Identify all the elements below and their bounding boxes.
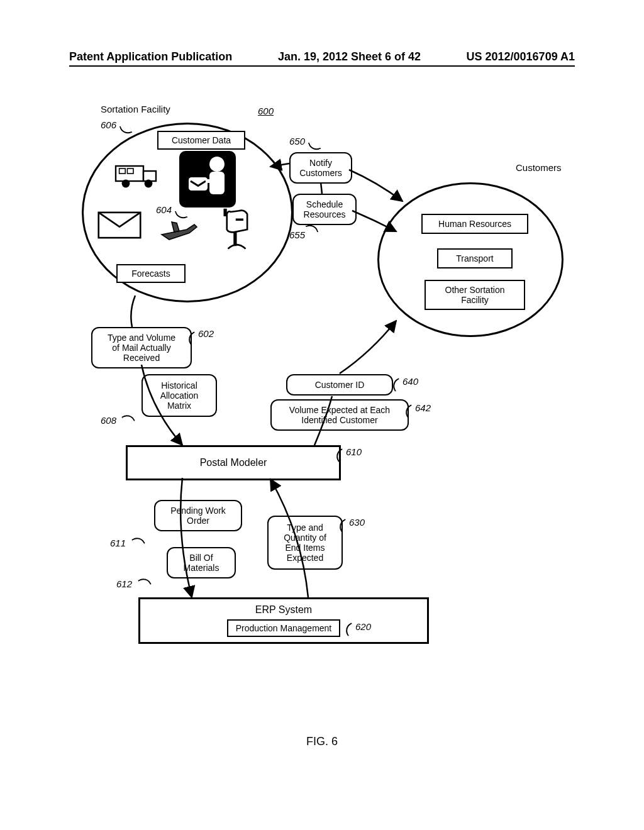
customer-id-label: Customer ID (315, 380, 365, 390)
type-volume-received-label: Type and Volume of Mail Actually Receive… (108, 333, 175, 363)
erp-system-label: ERP System (145, 604, 422, 616)
notify-customers-label: Notify Customers (299, 158, 342, 178)
historical-allocation-label: Historical Allocation Matrix (160, 380, 199, 411)
svg-rect-8 (189, 177, 208, 191)
customer-data-label: Customer Data (172, 135, 231, 145)
historical-allocation-box: Historical Allocation Matrix (142, 374, 217, 417)
production-mgmt-box: Production Management (227, 619, 341, 637)
svg-rect-9 (206, 179, 213, 183)
customer-id-box: Customer ID (286, 374, 393, 396)
ref-604: 604 (156, 204, 172, 215)
ref-640: 640 (402, 376, 418, 387)
ref-612-hook (138, 575, 152, 589)
type-qty-expected-label: Type and Quantity of End Items Expected (284, 523, 326, 563)
ref-608-hook (121, 412, 135, 426)
human-resources-label: Human Resources (438, 219, 511, 229)
bill-of-materials-label: Bill Of Materials (184, 553, 219, 573)
svg-point-6 (209, 157, 225, 172)
volume-expected-box: Volume Expected at Each Identified Custo… (270, 399, 409, 431)
svg-rect-5 (127, 169, 133, 174)
ref-620: 620 (355, 621, 371, 632)
customers-label: Customers (516, 162, 562, 173)
svg-rect-1 (143, 171, 156, 181)
schedule-resources-label: Schedule Resources (304, 199, 346, 219)
customer-data-box: Customer Data (157, 131, 245, 150)
ref-606-hook (119, 123, 133, 136)
ref-611-hook (131, 534, 145, 548)
postal-modeler-label: Postal Modeler (200, 457, 267, 468)
human-resources-box: Human Resources (421, 214, 528, 234)
diagram-canvas: Sortation Facility 600 606 Customer Data (82, 94, 566, 723)
forecasts-label: Forecasts (131, 268, 170, 279)
plane-icon (157, 217, 201, 242)
schedule-resources-box: Schedule Resources (292, 194, 357, 225)
header-right: US 2012/0016709 A1 (467, 50, 575, 64)
type-qty-expected-box: Type and Quantity of End Items Expected (267, 516, 343, 570)
truck-icon (113, 157, 164, 190)
svg-point-3 (145, 180, 153, 188)
header-left: Patent Application Publication (69, 50, 232, 64)
postal-modeler-box: Postal Modeler (126, 445, 341, 480)
ref-630: 630 (349, 517, 365, 528)
figure-caption: FIG. 6 (0, 735, 644, 748)
ref-611: 611 (110, 538, 126, 548)
ref-600: 600 (258, 106, 274, 116)
ref-642: 642 (415, 402, 431, 413)
other-sortation-label: Other Sortation Facility (445, 285, 505, 305)
svg-point-2 (122, 180, 130, 188)
erp-system-box: ERP System Production Management (138, 597, 429, 644)
ref-606: 606 (101, 119, 116, 130)
ref-612: 612 (116, 578, 132, 589)
bill-of-materials-box: Bill Of Materials (167, 547, 236, 578)
ref-608: 608 (101, 415, 116, 426)
ref-610: 610 (346, 446, 362, 457)
notify-customers-box: Notify Customers (289, 152, 352, 184)
production-mgmt-label: Production Management (236, 623, 332, 633)
mailbox-icon (220, 208, 258, 252)
transport-label: Transport (456, 253, 493, 263)
ref-602: 602 (198, 328, 214, 339)
header-center: Jan. 19, 2012 Sheet 6 of 42 (278, 50, 421, 64)
ref-650-hook (308, 140, 321, 153)
type-volume-received-box: Type and Volume of Mail Actually Receive… (91, 327, 192, 368)
svg-rect-13 (224, 209, 227, 216)
volume-expected-label: Volume Expected at Each Identified Custo… (289, 405, 390, 425)
svg-rect-4 (119, 169, 126, 174)
transport-box: Transport (437, 248, 513, 268)
envelope-icon (97, 211, 142, 240)
pending-work-order-label: Pending Work Order (170, 506, 226, 526)
pending-work-order-box: Pending Work Order (154, 500, 242, 531)
header-rule (69, 65, 575, 67)
svg-rect-11 (236, 219, 243, 221)
forecasts-box: Forecasts (116, 264, 186, 283)
other-sortation-box: Other Sortation Facility (425, 280, 525, 310)
ref-650: 650 (289, 136, 305, 147)
worker-icon (179, 151, 236, 208)
sortation-facility-label: Sortation Facility (101, 104, 170, 114)
ref-655: 655 (289, 230, 305, 240)
